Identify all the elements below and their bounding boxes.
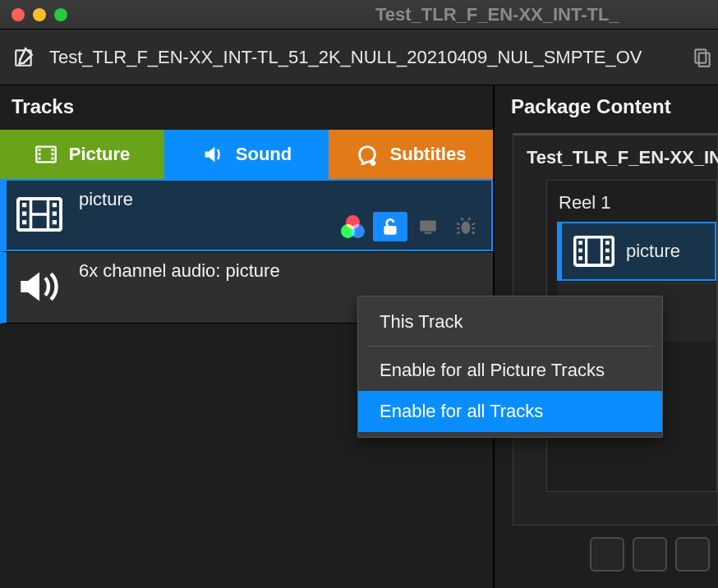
tracks-panel-title: Tracks (0, 85, 493, 130)
svg-rect-25 (578, 241, 582, 245)
reel-track-picture[interactable]: picture (557, 222, 716, 281)
svg-rect-9 (51, 158, 53, 160)
monitor-icon[interactable] (411, 212, 445, 241)
svg-rect-27 (578, 256, 582, 260)
menu-enable-all-tracks[interactable]: Enable for all Tracks (358, 391, 662, 432)
reel-track-label: picture (626, 241, 680, 262)
unlock-icon[interactable] (373, 212, 407, 241)
pager (582, 529, 718, 580)
svg-rect-28 (605, 241, 610, 245)
close-window-button[interactable] (12, 8, 25, 21)
window-titlebar: Test_TLR_F_EN-XX_INT-TL_ (0, 0, 718, 30)
film-icon (573, 236, 614, 267)
traffic-lights (0, 8, 67, 21)
svg-rect-1 (695, 49, 706, 62)
track-toolbar (335, 212, 483, 241)
svg-rect-7 (51, 149, 53, 151)
context-menu: This Track Enable for all Picture Tracks… (357, 296, 663, 438)
svg-rect-5 (38, 153, 40, 155)
film-icon (16, 197, 62, 233)
speaker-icon (16, 269, 62, 305)
speaker-add-icon (201, 143, 224, 166)
zoom-window-button[interactable] (54, 8, 67, 21)
track-row-picture[interactable]: picture (0, 179, 493, 251)
tab-picture-label: Picture (69, 144, 131, 165)
svg-rect-29 (605, 249, 610, 253)
pager-box-1[interactable] (590, 537, 624, 572)
svg-rect-13 (22, 220, 26, 224)
pager-box-3[interactable] (675, 537, 710, 572)
window-title: Test_TLR_F_EN-XX_INT-TL_ (359, 0, 718, 30)
svg-rect-11 (22, 203, 26, 207)
svg-rect-12 (22, 212, 26, 216)
tab-picture[interactable]: Picture (0, 130, 164, 179)
menu-this-track[interactable]: This Track (358, 301, 662, 342)
edit-icon[interactable] (13, 47, 35, 68)
svg-rect-30 (605, 256, 610, 260)
tab-sound[interactable]: Sound (164, 130, 329, 179)
menu-enable-all-picture[interactable]: Enable for all Picture Tracks (358, 350, 662, 391)
minimize-window-button[interactable] (33, 8, 46, 21)
svg-rect-4 (38, 149, 40, 151)
svg-rect-8 (51, 153, 53, 155)
svg-rect-22 (425, 232, 432, 234)
document-name: Test_TLR_F_EN-XX_INT-TL_51_2K_NULL_20210… (49, 47, 642, 68)
package-panel-title: Package Content (495, 85, 718, 130)
svg-rect-21 (420, 220, 436, 231)
svg-rect-6 (38, 158, 40, 160)
svg-rect-16 (53, 220, 57, 224)
svg-rect-14 (53, 203, 57, 207)
menu-separator (366, 346, 654, 347)
bug-icon[interactable] (449, 212, 483, 241)
tab-sound-label: Sound (236, 144, 292, 165)
document-header: Test_TLR_F_EN-XX_INT-TL_51_2K_NULL_20210… (0, 30, 718, 85)
pager-box-2[interactable] (633, 537, 667, 572)
tab-subtitles[interactable]: Subtitles (329, 130, 493, 179)
package-name: Test_TLR_F_EN-XX_IN (513, 147, 717, 180)
reel-title: Reel 1 (547, 192, 716, 222)
svg-rect-26 (578, 249, 582, 253)
track-label: 6x channel audio: picture (79, 260, 483, 282)
svg-rect-2 (699, 53, 710, 67)
svg-rect-20 (384, 226, 396, 235)
film-add-icon (35, 143, 58, 166)
color-icon[interactable] (335, 212, 370, 241)
svg-point-23 (462, 222, 471, 234)
tab-subtitles-label: Subtitles (390, 144, 467, 165)
copy-icon[interactable] (692, 46, 713, 67)
track-label: picture (79, 189, 481, 210)
track-type-tabs: Picture Sound Subtitles (0, 130, 493, 179)
svg-rect-15 (53, 212, 57, 216)
subtitle-add-icon (356, 143, 379, 166)
